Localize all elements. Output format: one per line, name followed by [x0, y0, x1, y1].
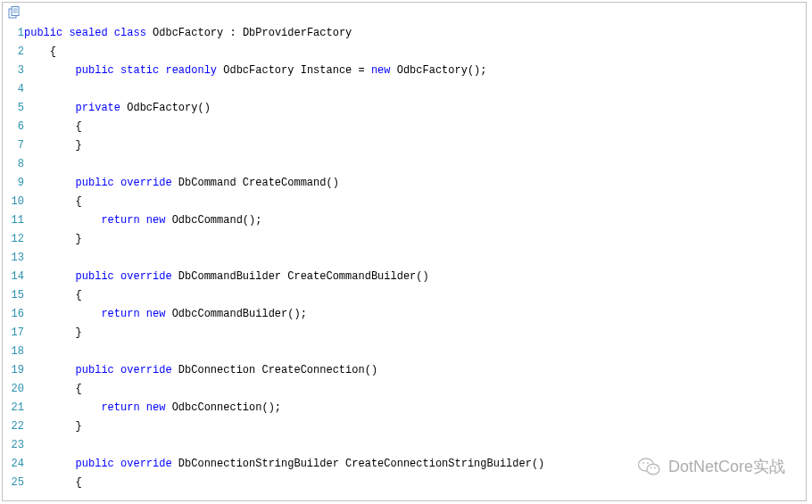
line-number: 14 — [3, 268, 24, 286]
line-number: 3 — [3, 62, 24, 80]
code-container: 1public sealed class OdbcFactory : DbPro… — [2, 2, 807, 501]
code-row: 22 } — [3, 417, 806, 436]
code-line[interactable]: { — [24, 43, 806, 62]
line-number: 21 — [3, 399, 24, 417]
code-line[interactable]: { — [24, 286, 806, 305]
code-line[interactable]: } — [24, 230, 806, 249]
code-row: 16 return new OdbcCommandBuilder(); — [3, 305, 806, 324]
line-number: 24 — [3, 455, 24, 474]
code-line[interactable]: { — [24, 380, 806, 399]
copy-icon[interactable] — [8, 6, 21, 19]
code-row: 12 } — [3, 230, 806, 249]
code-line[interactable] — [24, 343, 806, 361]
code-line[interactable]: } — [24, 417, 806, 436]
code-row: 6 { — [3, 118, 806, 136]
line-number: 2 — [3, 43, 24, 62]
code-row: 17 } — [3, 324, 806, 343]
code-row: 23 — [3, 436, 806, 455]
line-number: 20 — [3, 380, 24, 399]
svg-point-10 — [654, 467, 656, 469]
code-row: 13 — [3, 249, 806, 268]
code-row: 19 public override DbConnection CreateCo… — [3, 361, 806, 380]
code-row: 20 { — [3, 380, 806, 399]
code-line[interactable]: return new OdbcCommand(); — [24, 211, 806, 230]
line-number: 25 — [3, 474, 24, 492]
wechat-icon — [638, 457, 661, 476]
code-line[interactable] — [24, 80, 806, 99]
code-row: 2 { — [3, 43, 806, 62]
line-number: 15 — [3, 286, 24, 305]
code-line[interactable]: public static readonly OdbcFactory Insta… — [24, 62, 806, 80]
line-number: 13 — [3, 249, 24, 268]
code-line[interactable]: return new OdbcConnection(); — [24, 399, 806, 417]
svg-point-8 — [647, 462, 649, 464]
code-row: 15 { — [3, 286, 806, 305]
line-number: 7 — [3, 136, 24, 155]
code-row: 11 return new OdbcCommand(); — [3, 211, 806, 230]
code-line[interactable]: private OdbcFactory() — [24, 99, 806, 118]
code-row: 7 } — [3, 136, 806, 155]
line-number: 22 — [3, 417, 24, 436]
code-line[interactable]: { — [24, 193, 806, 211]
code-row: 8 — [3, 155, 806, 174]
watermark: DotNetCore实战 — [638, 456, 785, 477]
code-line[interactable]: public override DbCommandBuilder CreateC… — [24, 268, 806, 286]
code-table: 1public sealed class OdbcFactory : DbPro… — [3, 24, 806, 492]
line-number: 18 — [3, 343, 24, 361]
line-number: 12 — [3, 230, 24, 249]
svg-point-9 — [650, 467, 652, 469]
code-line[interactable]: public sealed class OdbcFactory : DbProv… — [24, 24, 806, 43]
line-number: 17 — [3, 324, 24, 343]
code-line[interactable]: { — [24, 118, 806, 136]
code-line[interactable] — [24, 249, 806, 268]
code-line[interactable]: } — [24, 324, 806, 343]
line-number: 5 — [3, 99, 24, 118]
code-row: 9 public override DbCommand CreateComman… — [3, 174, 806, 193]
code-line[interactable] — [24, 155, 806, 174]
code-row: 1public sealed class OdbcFactory : DbPro… — [3, 24, 806, 43]
code-line[interactable]: } — [24, 136, 806, 155]
svg-point-6 — [647, 464, 659, 475]
line-number: 16 — [3, 305, 24, 324]
toolbar — [3, 3, 806, 24]
line-number: 4 — [3, 80, 24, 99]
code-row: 5 private OdbcFactory() — [3, 99, 806, 118]
code-row: 18 — [3, 343, 806, 361]
code-line[interactable]: public override DbConnection CreateConne… — [24, 361, 806, 380]
code-line[interactable] — [24, 436, 806, 455]
svg-rect-1 — [12, 7, 19, 16]
code-row: 3 public static readonly OdbcFactory Ins… — [3, 62, 806, 80]
line-number: 19 — [3, 361, 24, 380]
line-number: 6 — [3, 118, 24, 136]
line-number: 9 — [3, 174, 24, 193]
line-number: 8 — [3, 155, 24, 174]
line-number: 23 — [3, 436, 24, 455]
code-row: 14 public override DbCommandBuilder Crea… — [3, 268, 806, 286]
line-number: 10 — [3, 193, 24, 211]
code-row: 4 — [3, 80, 806, 99]
code-row: 10 { — [3, 193, 806, 211]
svg-point-7 — [642, 462, 644, 464]
watermark-text: DotNetCore实战 — [668, 456, 785, 477]
line-number: 11 — [3, 211, 24, 230]
code-line[interactable]: public override DbCommand CreateCommand(… — [24, 174, 806, 193]
line-number: 1 — [3, 24, 24, 43]
code-row: 21 return new OdbcConnection(); — [3, 399, 806, 417]
code-line[interactable]: return new OdbcCommandBuilder(); — [24, 305, 806, 324]
